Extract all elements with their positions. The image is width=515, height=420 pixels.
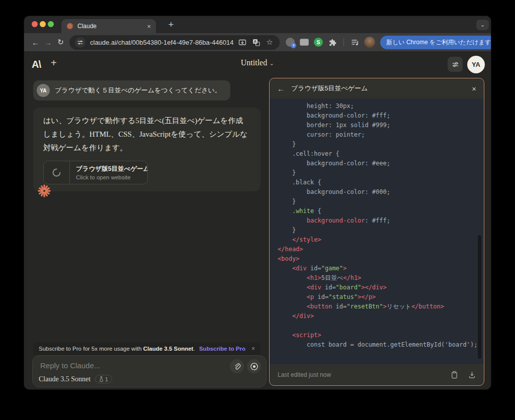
artifact-card-spinner [44,161,70,184]
traffic-zoom-button[interactable] [48,21,54,27]
code-scrollbar[interactable] [478,235,481,359]
artifact-panel-header: ← ブラウザ版5目並べゲーム × [270,78,484,98]
traffic-close-button[interactable] [32,21,38,27]
tab-close-icon[interactable]: × [147,23,151,30]
code-line: background-color: #fff; [278,111,484,121]
artifact-card-subtitle: Click to open website [76,174,148,180]
code-line: <p id="status"></p> [278,292,484,302]
code-line: </style> [278,235,484,245]
reload-button[interactable]: ↻ [54,36,67,49]
profile-avatar[interactable] [364,37,375,48]
code-line: background-color: #000; [278,187,484,197]
code-line: border: 1px solid #999; [278,121,484,130]
artifact-panel-title: ブラウザ版5目並べゲーム [291,84,368,93]
code-line: .black { [278,178,484,187]
banner-text: Subscribe to Pro for 5x more usage with … [39,346,195,352]
translate-icon[interactable]: A [251,39,261,46]
claude-app: A\ + Untitled⌄ YA YA ブラウザで動く５目並べのゲームをつくっ… [24,51,491,389]
chat-settings-button[interactable] [448,57,463,72]
account-avatar[interactable]: YA [467,56,485,73]
artifact-panel-footer: Last edited just now [270,364,484,385]
code-line: <script> [278,331,484,340]
code-line: <div id="board"></div> [278,283,484,292]
code-line: } [278,168,484,178]
paperclip-icon [233,363,241,370]
back-button[interactable]: ← [29,36,42,49]
usage-badge[interactable]: 1 [95,375,112,383]
tab-title: Claude [77,23,97,30]
code-line [278,321,484,331]
code-lines: height: 30px; background-color: #fff; bo… [278,101,484,350]
extension-s-icon[interactable]: S [314,38,323,47]
artifact-card[interactable]: ブラウザ版5目並べゲーム Click to open website [43,161,148,184]
panel-close-icon[interactable]: × [472,84,476,93]
extensions-row: ? S [286,37,375,48]
code-line: </div> [278,311,484,321]
code-editor[interactable]: height: 30px; background-color: #fff; bo… [270,98,484,364]
code-line: } [278,140,484,149]
model-selector[interactable]: Claude 3.5 Sonnet 1 [39,375,112,383]
forward-button[interactable]: → [42,36,54,49]
artifact-panel: ← ブラウザ版5目並べゲーム × height: 30px; backgroun… [269,78,484,386]
browser-tab-claude[interactable]: Claude × [61,19,156,33]
loading-spinner-icon [52,168,61,177]
subscribe-banner: Subscribe to Pro for 5x more usage with … [33,342,261,355]
traffic-minimize-button[interactable] [40,21,46,27]
stop-icon [250,362,259,371]
browser-window: Claude × + ⌄ ← → ↻ claude.ai/chat/00b543… [24,16,491,389]
code-line: </head> [278,245,484,254]
subscribe-to-pro-link[interactable]: Subscribe to Pro [199,346,245,352]
banner-close-icon[interactable]: × [251,345,255,352]
new-tab-button[interactable]: + [164,18,178,32]
copy-button[interactable] [451,371,458,379]
chevron-down-icon: ⌄ [269,60,274,67]
user-message: YA ブラウザで動く５目並べのゲームをつくってください。 [33,80,230,100]
url-text[interactable]: claude.ai/chat/00b54380-1ef4-49e7-86ba-4… [90,39,233,46]
bookmark-star-icon[interactable]: ☆ [265,38,274,47]
site-info-icon[interactable] [75,37,85,48]
code-line: } [278,197,484,206]
code-line: cursor: pointer; [278,130,484,140]
code-line: const board = document.getElementById('b… [278,340,484,350]
code-line: <h1>5目並べ</h1> [278,273,484,283]
download-icon [468,371,476,379]
panel-back-icon[interactable]: ← [277,84,285,93]
model-name: Claude 3.5 Sonnet [39,375,91,383]
user-avatar: YA [37,84,50,97]
install-save-icon[interactable] [238,39,247,46]
extension-keyboard-icon[interactable] [300,39,309,46]
code-line: <button id="resetBtn">リセット</button> [278,302,484,311]
address-bar[interactable]: claude.ai/chat/00b54380-1ef4-49e7-86ba-4… [69,35,280,50]
artifact-card-title: ブラウザ版5目並べゲーム [76,165,148,173]
assistant-message: はい、ブラウザで動作する5目並べ(五目並べ)ゲームを作成しましょう。HTML、C… [33,108,261,191]
clipboard-icon [451,371,458,379]
tab-search-chevron-icon[interactable]: ⌄ [476,20,489,30]
chrome-update-button[interactable]: 新しい Chrome をご利用いただけます ⋮ [380,36,491,49]
code-line: background-color: #eee; [278,159,484,168]
code-line: .cell:hover { [278,149,484,159]
sliders-icon [452,61,459,68]
claude-thinking-starburst-icon [37,184,51,200]
toolbar-divider [344,38,344,46]
svg-text:A: A [253,39,256,44]
composer-placeholder: Reply to Claude... [40,361,100,370]
assistant-message-text: はい、ブラウザで動作する5目並べ(五目並べ)ゲームを作成しましょう。HTML、C… [43,114,250,155]
code-line: <div id="game"> [278,264,484,273]
code-line: background-color: #fff; [278,216,484,226]
flask-icon [99,376,104,382]
chat-title-dropdown[interactable]: Untitled⌄ [24,58,491,67]
code-line: .white { [278,206,484,216]
attach-file-button[interactable] [230,359,244,373]
stop-streaming-button[interactable] [247,359,261,373]
tab-strip: Claude × + ⌄ [24,16,491,33]
message-composer[interactable]: Reply to Claude... Claude 3.5 Sonnet [32,355,267,387]
download-button[interactable] [468,371,476,379]
extensions-puzzle-icon[interactable] [328,38,336,47]
reading-list-icon[interactable] [351,38,359,46]
code-line: } [278,226,484,235]
last-edited-text: Last edited just now [278,371,331,378]
claude-favicon-starburst-icon [66,23,73,30]
code-line: <body> [278,254,484,264]
browser-toolbar: ← → ↻ claude.ai/chat/00b54380-1ef4-49e7-… [24,33,491,51]
extension-question-icon[interactable]: ? [286,38,295,47]
